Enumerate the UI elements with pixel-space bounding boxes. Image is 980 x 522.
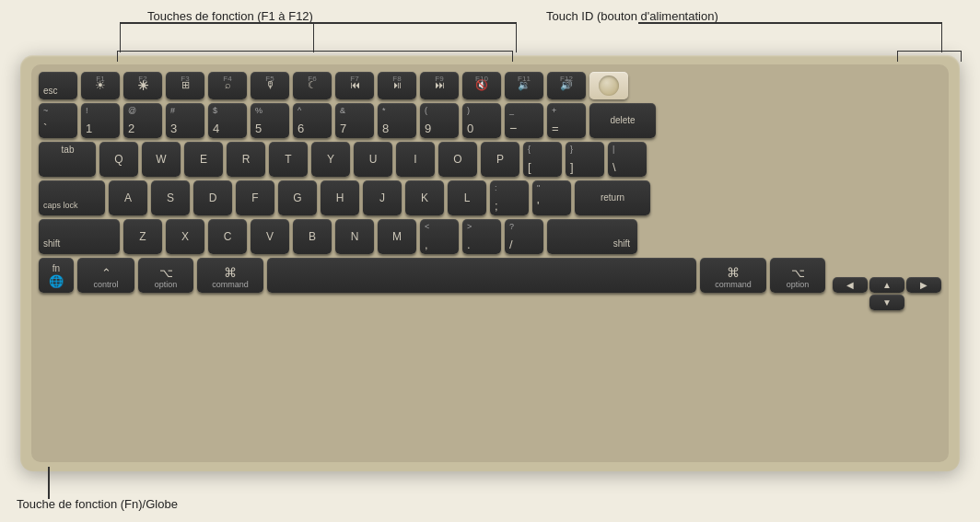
key-f5[interactable]: F5 🎙: [251, 72, 289, 99]
touchid-circle: [599, 75, 619, 96]
key-f3[interactable]: F3 ⊞: [166, 72, 204, 99]
keyboard-body: esc F1 ☀ F2 ☀ F3 ⊞ F4: [20, 55, 960, 471]
bottom-row: fn 🌐 ⌃ control ⌥ option ⌘ command: [39, 258, 941, 293]
key-u[interactable]: U: [354, 142, 392, 177]
key-arrow-right[interactable]: ▶: [906, 277, 941, 293]
key-capslock[interactable]: caps lock: [39, 180, 105, 215]
key-shift-right[interactable]: shift: [547, 219, 637, 254]
key-q[interactable]: Q: [99, 142, 138, 177]
fn-key-row: esc F1 ☀ F2 ☀ F3 ⊞ F4: [39, 72, 941, 99]
key-5[interactable]: % 5: [251, 103, 289, 138]
key-delete[interactable]: delete: [589, 103, 656, 138]
key-touchid[interactable]: [589, 72, 628, 99]
key-n[interactable]: N: [335, 219, 374, 254]
key-semicolon[interactable]: : ;: [490, 180, 529, 215]
key-grave[interactable]: ~ `: [39, 103, 77, 138]
key-command-left[interactable]: ⌘ command: [197, 258, 263, 293]
key-rbracket[interactable]: } ]: [566, 142, 604, 177]
key-arrow-down[interactable]: ▼: [869, 295, 904, 310]
key-fn[interactable]: fn 🌐: [39, 258, 74, 293]
key-tab[interactable]: tab: [39, 142, 96, 177]
asdf-row: caps lock A S D F G H J K L : ; " ': [39, 180, 941, 215]
key-arrow-up[interactable]: ▲: [869, 277, 904, 293]
key-equal[interactable]: + =: [547, 103, 586, 138]
key-w[interactable]: W: [142, 142, 181, 177]
key-return[interactable]: return: [575, 180, 650, 215]
key-2[interactable]: @ 2: [123, 103, 162, 138]
key-f10[interactable]: F10 🔇: [462, 72, 501, 99]
key-b[interactable]: B: [293, 219, 332, 254]
key-4[interactable]: $ 4: [208, 103, 247, 138]
key-o[interactable]: O: [438, 142, 477, 177]
key-y[interactable]: Y: [311, 142, 350, 177]
key-shift-left[interactable]: shift: [39, 219, 120, 254]
key-option-right[interactable]: ⌥ option: [770, 258, 825, 293]
key-lbracket[interactable]: { [: [523, 142, 562, 177]
key-7[interactable]: & 7: [335, 103, 374, 138]
key-8[interactable]: * 8: [378, 103, 416, 138]
key-f11[interactable]: F11 🔉: [505, 72, 543, 99]
key-f[interactable]: F: [236, 180, 274, 215]
key-e[interactable]: E: [184, 142, 223, 177]
key-9[interactable]: ( 9: [420, 103, 459, 138]
key-t[interactable]: T: [269, 142, 308, 177]
zxcv-row: shift Z X C V B N M < , > . ?: [39, 219, 941, 254]
key-space[interactable]: [267, 258, 696, 293]
key-6[interactable]: ^ 6: [293, 103, 332, 138]
key-l[interactable]: L: [448, 180, 486, 215]
key-f1[interactable]: F1 ☀: [81, 72, 120, 99]
key-3[interactable]: # 3: [166, 103, 204, 138]
key-esc[interactable]: esc: [39, 72, 77, 99]
key-h[interactable]: H: [321, 180, 359, 215]
key-1[interactable]: ! 1: [81, 103, 120, 138]
keyboard-diagram: Touches de fonction (F1 à F12) Touch ID …: [0, 0, 980, 522]
key-backslash[interactable]: | \: [608, 142, 647, 177]
key-i[interactable]: I: [396, 142, 435, 177]
key-minus[interactable]: _ −: [505, 103, 543, 138]
key-r[interactable]: R: [227, 142, 265, 177]
key-a[interactable]: A: [109, 180, 147, 215]
key-m[interactable]: M: [378, 219, 416, 254]
key-f9[interactable]: F9 ⏭: [420, 72, 459, 99]
key-c[interactable]: C: [208, 219, 247, 254]
key-f6[interactable]: F6 ☾: [293, 72, 332, 99]
key-f8[interactable]: F8 ⏯: [378, 72, 416, 99]
key-v[interactable]: V: [251, 219, 289, 254]
key-p[interactable]: P: [481, 142, 519, 177]
key-x[interactable]: X: [166, 219, 204, 254]
key-slash[interactable]: ? /: [505, 219, 543, 254]
key-k[interactable]: K: [405, 180, 444, 215]
key-g[interactable]: G: [278, 180, 317, 215]
arrow-cluster: ◀ ▲ ▼ ▶: [833, 277, 941, 293]
key-f2[interactable]: F2 ☀: [123, 72, 162, 99]
key-d[interactable]: D: [193, 180, 232, 215]
key-z[interactable]: Z: [123, 219, 162, 254]
qwerty-row: tab Q W E R T Y U I O P { [ } ]: [39, 142, 941, 177]
key-f7[interactable]: F7 ⏮: [335, 72, 374, 99]
key-option-left[interactable]: ⌥ option: [138, 258, 193, 293]
key-comma[interactable]: < ,: [420, 219, 459, 254]
key-control[interactable]: ⌃ control: [77, 258, 134, 293]
fn-globe-annotation: Touche de fonction (Fn)/Globe: [17, 497, 178, 511]
key-period[interactable]: > .: [462, 219, 501, 254]
number-key-row: ~ ` ! 1 @ 2 # 3 $ 4: [39, 103, 941, 138]
touchid-annotation: Touch ID (bouton d'alimentation): [546, 9, 718, 23]
key-arrow-left[interactable]: ◀: [833, 277, 868, 293]
key-f12[interactable]: F12 🔊: [547, 72, 586, 99]
key-f4[interactable]: F4 ⌕: [208, 72, 247, 99]
key-0[interactable]: ) 0: [462, 103, 501, 138]
key-s[interactable]: S: [151, 180, 190, 215]
fn-keys-annotation: Touches de fonction (F1 à F12): [147, 9, 313, 23]
key-quote[interactable]: " ': [532, 180, 571, 215]
key-command-right[interactable]: ⌘ command: [700, 258, 766, 293]
key-j[interactable]: J: [363, 180, 402, 215]
